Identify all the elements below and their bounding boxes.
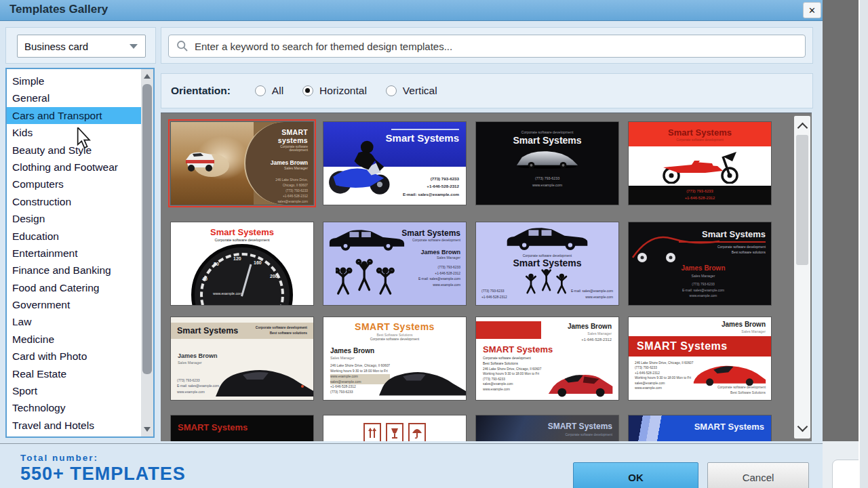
grid-scrollbar[interactable]	[794, 116, 810, 439]
card-person-name: James Brown	[330, 347, 374, 354]
black-footer-band: (773) 793-6233 +1-646-528-2312	[629, 186, 771, 205]
ok-button[interactable]: OK	[573, 462, 698, 488]
category-item-travel-and-hotels[interactable]: Travel and Hotels	[7, 417, 153, 434]
orientation-radio-vertical[interactable]: Vertical	[386, 85, 437, 97]
card-person-name: James Brown	[568, 323, 612, 330]
template-card-black-car[interactable]: Corporate software development Smart Sys…	[476, 122, 618, 205]
card-subtitles: Corporate software developmentBest Softw…	[483, 356, 531, 366]
card-person-role: Sales Manager	[669, 274, 737, 278]
template-card-blue-stripe[interactable]: SMART Systems	[629, 415, 771, 441]
document-type-value: Business card	[18, 41, 88, 52]
rally-car-photo	[171, 122, 254, 205]
template-card-red-band[interactable]: James Brown Sales Manager SMART Systems …	[629, 317, 771, 400]
category-item-beauty-and-style[interactable]: Beauty and Style	[7, 142, 153, 159]
card-subtitle: Corporate software development	[565, 433, 612, 436]
red-ferrari-graphic	[692, 361, 767, 386]
orientation-radio-horizontal[interactable]: Horizontal	[302, 85, 367, 97]
category-scrollbar[interactable]	[141, 69, 153, 436]
category-item-technology[interactable]: Technology	[7, 399, 153, 416]
sedan-silhouette-graphic	[327, 228, 407, 251]
motorbike-graphic	[646, 148, 754, 184]
card-subtitle: Corporate software development	[476, 130, 618, 134]
category-item-finance-and-banking[interactable]: Finance and Banking	[7, 262, 153, 279]
card-text-panel: Smart Systems Corporate software develop…	[397, 228, 460, 288]
motorcycle-racer-graphic	[328, 133, 398, 197]
category-item-simple[interactable]: Simple	[7, 73, 153, 89]
category-item-design[interactable]: Design	[7, 210, 153, 227]
card-contact-lines: 246 Lake Shore Drive, Chicago, Il 60607(…	[263, 178, 308, 205]
category-item-computers[interactable]: Computers	[7, 176, 153, 192]
category-item-food-and-catering[interactable]: Food and Catering	[7, 279, 153, 296]
template-card-rally-photo[interactable]: SMART systems Corporate software develop…	[171, 122, 313, 205]
orientation-radio-label: All	[272, 85, 283, 97]
card-subtitle: Corporate software development	[397, 239, 460, 242]
window-title: Templates Gallery	[9, 3, 108, 16]
divider	[679, 241, 766, 243]
speedometer-graphic: 40 80 120 160 200 www.example.com	[191, 244, 293, 305]
titlebar: Templates Gallery	[0, 0, 823, 21]
card-contact-lines: (773) 793-6233E-mail: sales@example.comw…	[177, 378, 219, 395]
card-person-role: Sales Manager	[587, 331, 612, 336]
card-contact-lines: (773) 793-6233+1-646-528-2312 E-mail: sa…	[397, 265, 460, 288]
document-type-dropdown[interactable]: Business card	[17, 35, 146, 58]
orientation-bar: Orientation: AllHorizontalVertical	[161, 73, 813, 108]
card-contact-lines: 246 Lake Shore Drive, Chicago, Il 60607(…	[635, 361, 693, 391]
orientation-radio-all[interactable]: All	[255, 85, 283, 97]
card-contact-lines: (773) 793-6233www.example.com	[476, 175, 618, 188]
scrollbar-thumb[interactable]	[796, 135, 808, 265]
template-card-package-icons[interactable]	[323, 415, 466, 441]
card-subtitle: Corporate software development	[679, 245, 766, 250]
this-way-up-icon	[363, 423, 381, 441]
radio-circle-icon	[302, 85, 313, 96]
template-card-beige-band[interactable]: Smart Systems Corporate software develop…	[171, 317, 313, 400]
template-card-black-red-sketch[interactable]: Smart Systems Corporate software develop…	[629, 222, 771, 305]
chevron-down-icon	[130, 44, 138, 49]
sedan-silhouette-graphic	[503, 226, 591, 250]
card-contact-lines: (773) 793-6233E-mail: sales@example.comw…	[669, 282, 737, 300]
category-item-medicine[interactable]: Medicine	[7, 331, 153, 348]
red-block	[476, 321, 541, 339]
templates-gallery-dialog: Templates Gallery ✕ Business card Simple…	[0, 0, 823, 488]
category-item-entertainment[interactable]: Entertainment	[7, 245, 153, 262]
cancel-button[interactable]: Cancel	[707, 462, 809, 488]
search-box	[168, 35, 806, 58]
card-title: Smart Systems	[476, 135, 618, 146]
template-card-periwinkle[interactable]: Smart Systems Corporate software develop…	[323, 222, 466, 305]
template-card-moto-racer[interactable]: Smart Systems (773) 793-6233+1-646-528-2…	[323, 122, 466, 205]
search-input[interactable]	[193, 35, 800, 57]
card-person-role: Sales Manager	[178, 361, 202, 365]
category-item-construction[interactable]: Construction	[7, 193, 153, 210]
card-art	[629, 146, 771, 186]
search-icon	[176, 40, 189, 52]
category-item-sport[interactable]: Sport	[7, 382, 153, 399]
template-card-speedometer[interactable]: Smart Systems Corporate software develop…	[171, 222, 313, 305]
category-item-law[interactable]: Law	[7, 313, 153, 330]
scroll-up-icon	[797, 123, 808, 134]
scroll-down-icon	[144, 427, 151, 432]
footer-divider	[0, 443, 823, 444]
template-card-dark-tech[interactable]: SMART Systems Corporate software develop…	[476, 415, 618, 441]
category-item-real-estate[interactable]: Real Estate	[7, 365, 153, 382]
category-item-education[interactable]: Education	[7, 228, 153, 245]
card-subtitle: Corporate software development	[323, 337, 466, 341]
radio-circle-icon	[386, 85, 397, 96]
scrollbar-thumb[interactable]	[142, 84, 152, 374]
card-contact-lines: E-mail: sales@example.comwww.example.com	[571, 289, 613, 300]
card-title: Smart Systems	[397, 228, 460, 238]
divider	[391, 129, 459, 130]
category-item-government[interactable]: Government	[7, 296, 153, 313]
category-item-cars-and-transport[interactable]: Cars and Transport	[7, 107, 153, 124]
close-button[interactable]: ✕	[803, 2, 821, 18]
template-card-periwinkle-center[interactable]: Corporate software development Smart Sys…	[476, 222, 618, 305]
template-card-red-block[interactable]: James Brown Sales Manager +1-646-528-231…	[476, 317, 618, 400]
template-card-red-motorbike[interactable]: Smart Systems Corporate software develop…	[629, 122, 771, 205]
category-item-clothing-and-footwear[interactable]: Clothing and Footwear	[7, 159, 153, 176]
category-item-general[interactable]: General	[7, 89, 153, 106]
red-band: SMART Systems	[629, 336, 771, 357]
template-card-orange-title[interactable]: SMART Systems Best Software Solutions Co…	[323, 317, 466, 400]
category-item-card-with-photo[interactable]: Card with Photo	[7, 348, 153, 365]
template-card-black-red-title[interactable]: SMART Systems	[171, 415, 313, 441]
card-subtitles: Corporate software developmentBest Softw…	[717, 385, 766, 396]
total-number-label: Total number:	[20, 453, 98, 463]
category-item-kids[interactable]: Kids	[7, 124, 153, 141]
